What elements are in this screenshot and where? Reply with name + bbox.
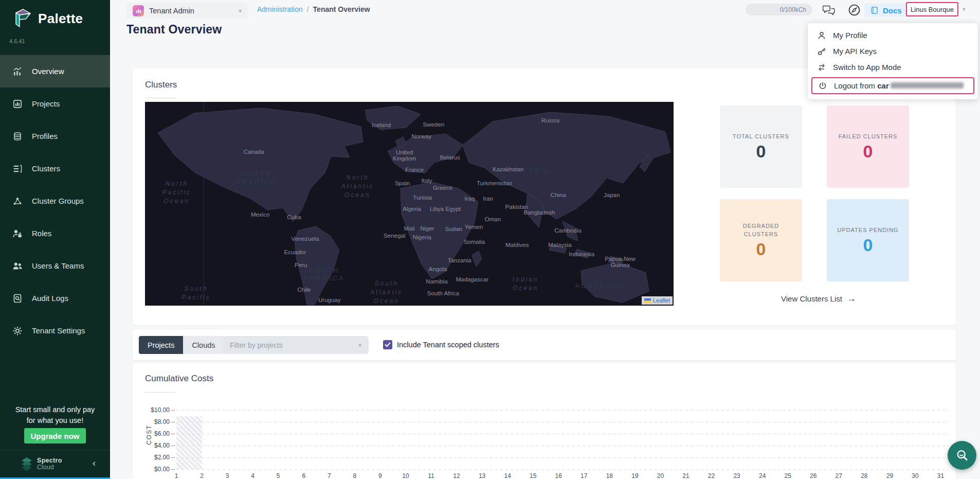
help-compass-icon[interactable] bbox=[847, 3, 861, 19]
filter-by-projects-select[interactable]: Filter by projects ▾ bbox=[223, 336, 369, 354]
menu-item-logout[interactable]: Logout from car bbox=[811, 77, 974, 94]
chevron-down-icon: ▾ bbox=[239, 7, 242, 14]
gridline bbox=[176, 410, 949, 411]
upgrade-now-button[interactable]: Upgrade now bbox=[24, 428, 86, 443]
x-tick-label: 17 bbox=[576, 472, 592, 479]
clusters-icon bbox=[12, 164, 23, 174]
chevron-down-icon[interactable]: ▾ bbox=[963, 6, 966, 13]
stat-value: 0 bbox=[756, 239, 766, 259]
y-tick-label: $4.00 bbox=[138, 442, 170, 449]
page-title: Tenant Overview bbox=[126, 23, 222, 37]
x-tick-label: 12 bbox=[449, 472, 464, 479]
promo-text: Start small and only pay for what you us… bbox=[0, 404, 110, 426]
x-tick-label: 22 bbox=[704, 472, 719, 479]
view-clusters-list-link[interactable]: View Clusters List → bbox=[777, 293, 860, 304]
users-teams-icon bbox=[12, 261, 23, 271]
docs-button[interactable]: Docs bbox=[864, 4, 908, 17]
stat-label: FAILED CLUSTERS bbox=[839, 132, 898, 140]
spectro-brand-bottom: Cloud bbox=[37, 464, 62, 471]
switch-icon bbox=[817, 63, 826, 72]
menu-item-my-api-keys[interactable]: My API Keys bbox=[808, 43, 978, 59]
sidebar-item-cluster-groups[interactable]: Cluster Groups bbox=[0, 185, 110, 217]
breadcrumb: Administration / Tenant Overview bbox=[257, 5, 370, 13]
user-icon bbox=[817, 31, 826, 40]
sidebar: Palette 4.6.41 OverviewProjectsProfilesC… bbox=[0, 0, 110, 479]
arrow-right-icon: → bbox=[847, 293, 856, 304]
user-menu-button[interactable]: Linus Bourque bbox=[906, 2, 958, 16]
gridline bbox=[176, 422, 949, 422]
stat-failed-clusters: FAILED CLUSTERS0 bbox=[827, 105, 909, 188]
sidebar-item-tenant-settings[interactable]: Tenant Settings bbox=[0, 314, 110, 347]
x-tick-label: 20 bbox=[652, 472, 668, 479]
scope-selector[interactable]: Tenant Admin ▾ bbox=[126, 3, 248, 19]
y-tick-label: $0.00 bbox=[138, 466, 170, 473]
x-tick-label: 7 bbox=[321, 472, 337, 479]
sidebar-item-label: Tenant Settings bbox=[32, 326, 85, 335]
tenant-scoped-checkbox-label: Include Tenant scoped clusters bbox=[397, 341, 499, 349]
sidebar-item-label: Clusters bbox=[32, 164, 60, 173]
sidebar-nav: OverviewProjectsProfilesClustersCluster … bbox=[0, 55, 110, 347]
brand-logo[interactable]: Palette bbox=[13, 8, 83, 29]
x-tick-label: 28 bbox=[857, 472, 872, 479]
stat-degraded-clusters: DEGRADED CLUSTERS0 bbox=[720, 199, 802, 281]
stat-updates-pending: UPDATES PENDING0 bbox=[827, 199, 909, 281]
power-icon bbox=[818, 81, 827, 91]
x-tick-label: 19 bbox=[627, 472, 643, 479]
gridline bbox=[176, 457, 949, 458]
x-tick-label: 23 bbox=[729, 472, 745, 479]
y-tick-label: $2.00 bbox=[138, 454, 170, 461]
menu-item-switch-to-app-mode[interactable]: Switch to App Mode bbox=[808, 59, 978, 75]
stat-label: DEGRADED CLUSTERS bbox=[743, 222, 779, 238]
menu-item-label: My API Keys bbox=[833, 47, 877, 56]
sidebar-item-users-and-teams[interactable]: Users & Teams bbox=[0, 250, 110, 282]
tab-clouds[interactable]: Clouds bbox=[183, 336, 224, 354]
x-tick-label: 15 bbox=[525, 472, 541, 479]
x-tick-label: 27 bbox=[831, 472, 846, 479]
breadcrumb-separator: / bbox=[307, 5, 309, 13]
costs-card-title: Cumulative Costs bbox=[145, 374, 213, 384]
y-tick-mark bbox=[171, 434, 175, 434]
usage-meter: 0/100kCh bbox=[746, 4, 812, 15]
sidebar-item-label: Overview bbox=[32, 67, 64, 76]
stat-total-clusters: TOTAL CLUSTERS0 bbox=[720, 105, 802, 188]
sidebar-item-profiles[interactable]: Profiles bbox=[0, 120, 110, 152]
menu-item-my-profile[interactable]: My Profile bbox=[808, 27, 978, 43]
version-label: 4.6.41 bbox=[9, 38, 25, 44]
docs-label: Docs bbox=[883, 6, 902, 15]
palette-logo-icon bbox=[13, 8, 32, 29]
x-tick-label: 8 bbox=[347, 472, 362, 479]
sidebar-item-overview[interactable]: Overview bbox=[0, 55, 110, 87]
y-tick-label: $10.00 bbox=[138, 406, 170, 414]
support-search-button[interactable] bbox=[948, 441, 976, 470]
x-tick-label: 3 bbox=[220, 472, 235, 479]
stat-value: 0 bbox=[863, 235, 873, 255]
sidebar-item-label: Users & Teams bbox=[32, 261, 84, 270]
menu-item-label: Switch to App Mode bbox=[833, 63, 901, 72]
gridline bbox=[176, 446, 949, 446]
sidebar-item-roles[interactable]: Roles bbox=[0, 217, 110, 250]
title-divider bbox=[145, 392, 176, 393]
y-tick-mark bbox=[171, 446, 175, 446]
tenant-scoped-checkbox[interactable] bbox=[383, 340, 392, 349]
sidebar-item-audit-logs[interactable]: Audit Logs bbox=[0, 282, 110, 314]
app-root: Palette 4.6.41 OverviewProjectsProfilesC… bbox=[0, 0, 980, 479]
tab-projects[interactable]: Projects bbox=[139, 336, 183, 354]
chat-icon[interactable] bbox=[822, 4, 836, 19]
y-tick-mark bbox=[171, 469, 175, 470]
leaflet-attribution[interactable]: Leaflet bbox=[642, 296, 673, 305]
sidebar-collapse-icon[interactable]: ‹ bbox=[93, 458, 96, 468]
x-tick-label: 9 bbox=[372, 472, 388, 479]
stat-value: 0 bbox=[863, 141, 873, 162]
sidebar-item-clusters[interactable]: Clusters bbox=[0, 152, 110, 185]
check-icon bbox=[385, 342, 391, 347]
world-map[interactable]: IcelandSwedenNorwayRussiaCanadaUnited Ki… bbox=[145, 102, 674, 306]
sidebar-item-projects[interactable]: Projects bbox=[0, 87, 110, 120]
stat-value: 0 bbox=[756, 141, 766, 162]
x-tick-label: 21 bbox=[678, 472, 694, 479]
profiles-icon bbox=[12, 131, 23, 141]
overview-icon bbox=[12, 66, 23, 77]
sidebar-item-label: Audit Logs bbox=[32, 294, 68, 303]
breadcrumb-link-administration[interactable]: Administration bbox=[257, 5, 303, 13]
tenant-admin-icon bbox=[133, 5, 144, 16]
x-tick-label: 18 bbox=[602, 472, 617, 479]
